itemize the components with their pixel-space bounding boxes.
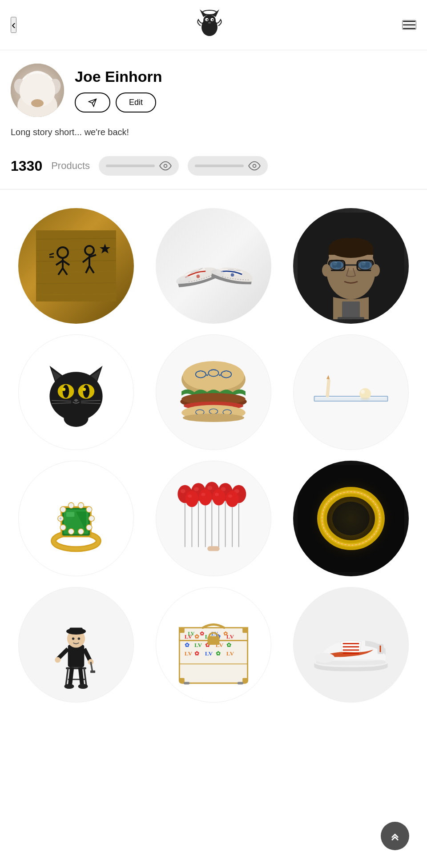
svg-point-171	[64, 684, 74, 689]
svg-point-149	[226, 491, 238, 507]
svg-text:LV: LV	[185, 650, 193, 657]
svg-point-88	[219, 374, 221, 376]
svg-point-150	[228, 494, 232, 498]
svg-point-118	[89, 516, 94, 522]
profile-section: Joe Einhorn Edit Long story short... we'…	[0, 50, 427, 147]
svg-point-6	[206, 19, 208, 20]
svg-line-166	[84, 649, 90, 661]
svg-point-62	[371, 264, 380, 277]
product-image-3	[293, 208, 409, 324]
list-item[interactable]	[282, 203, 420, 329]
svg-point-119	[86, 525, 92, 530]
svg-point-11	[17, 90, 57, 117]
svg-point-19	[40, 84, 47, 91]
header: ‹	[0, 0, 427, 50]
share-button[interactable]	[75, 92, 110, 113]
product-image-1	[18, 208, 134, 324]
stat-pill-1[interactable]	[99, 156, 179, 176]
svg-point-115	[68, 502, 74, 508]
figure-svg	[27, 596, 125, 694]
stat-bar-1	[106, 165, 155, 167]
product-image-5	[156, 334, 271, 450]
list-item[interactable]	[282, 582, 420, 708]
svg-point-75	[62, 388, 65, 391]
glass-svg	[302, 343, 400, 441]
stat-bar-2	[195, 165, 244, 167]
svg-point-74	[83, 385, 89, 398]
svg-point-21	[44, 86, 46, 88]
svg-point-73	[62, 385, 69, 398]
list-item[interactable]	[7, 582, 145, 708]
svg-line-161	[66, 669, 68, 686]
art-svg	[36, 230, 116, 301]
svg-rect-179	[90, 671, 95, 673]
section-divider	[0, 189, 427, 189]
svg-point-23	[30, 89, 44, 98]
eye-icon-1	[159, 160, 172, 172]
svg-point-96	[183, 414, 244, 422]
product-image-7	[18, 461, 134, 576]
svg-point-15	[28, 71, 46, 83]
svg-point-14	[40, 76, 53, 87]
list-item[interactable]	[282, 455, 420, 582]
product-image-10	[18, 587, 134, 703]
nike-svg	[302, 596, 400, 694]
list-item[interactable]	[7, 203, 145, 329]
svg-point-141	[188, 494, 192, 498]
product-image-6	[293, 334, 409, 450]
svg-rect-64	[342, 301, 360, 319]
svg-text:LV: LV	[194, 642, 202, 648]
burger-svg	[162, 341, 265, 443]
svg-text:✿: ✿	[200, 631, 204, 636]
svg-text:✿: ✿	[216, 650, 221, 657]
scroll-top-button[interactable]	[381, 822, 409, 850]
list-item[interactable]	[145, 329, 282, 455]
edit-button[interactable]: Edit	[116, 92, 156, 113]
profile-actions: Edit	[75, 92, 416, 113]
product-image-11: LV ✿ LV ✿ LV ✿ LV ✿ LV ✿ LV ✿ LV ✿ LV LV…	[156, 587, 271, 703]
svg-point-13	[22, 76, 35, 87]
svg-text:✿: ✿	[226, 642, 231, 648]
svg-point-143	[199, 489, 212, 506]
svg-point-167	[55, 657, 60, 663]
svg-line-170	[80, 667, 82, 685]
list-item[interactable]	[282, 329, 420, 455]
share-icon	[88, 98, 97, 107]
stat-pill-2[interactable]	[188, 156, 268, 176]
svg-point-61	[322, 264, 331, 277]
svg-point-8	[208, 22, 211, 24]
svg-rect-204	[242, 678, 248, 683]
svg-point-132	[207, 486, 212, 490]
svg-point-144	[201, 493, 205, 496]
svg-text:LV: LV	[205, 650, 213, 657]
products-label: Products	[51, 160, 90, 172]
menu-button[interactable]	[402, 20, 416, 30]
list-item[interactable]: LV ✿ LV ✿ LV ✿ LV ✿ LV ✿ LV ✿ LV ✿ LV LV…	[145, 582, 282, 708]
svg-rect-160	[66, 667, 86, 669]
list-item[interactable]	[7, 455, 145, 582]
back-button[interactable]: ‹	[11, 17, 16, 33]
svg-point-120	[78, 529, 84, 534]
svg-point-146	[212, 489, 225, 506]
list-item[interactable]	[145, 455, 282, 582]
svg-point-76	[82, 388, 85, 391]
svg-text:✿: ✿	[185, 642, 189, 648]
svg-rect-175	[69, 628, 82, 633]
svg-point-121	[68, 529, 74, 534]
svg-text:LV: LV	[188, 631, 195, 636]
svg-point-215	[314, 653, 335, 663]
svg-rect-152	[207, 546, 220, 551]
svg-rect-98	[314, 396, 388, 401]
svg-rect-202	[242, 628, 248, 633]
stats-row: 1330 Products	[0, 147, 427, 185]
svg-point-176	[72, 638, 74, 640]
svg-point-177	[77, 638, 80, 640]
svg-point-147	[215, 493, 219, 496]
svg-point-129	[194, 487, 199, 491]
list-item[interactable]	[7, 329, 145, 455]
list-item[interactable]	[145, 203, 282, 329]
svg-point-126	[181, 489, 185, 493]
svg-rect-28	[36, 230, 116, 301]
svg-point-27	[253, 165, 256, 168]
svg-rect-203	[179, 678, 185, 683]
